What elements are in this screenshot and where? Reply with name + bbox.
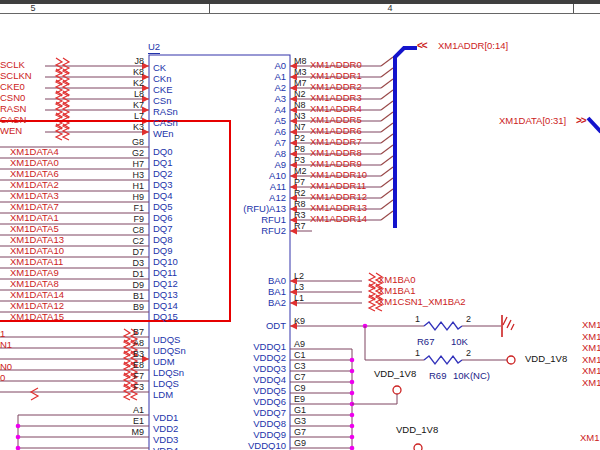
net-label[interactable]: XM1DATA11 xyxy=(10,257,63,267)
net-label[interactable]: XM1DATA14 xyxy=(10,290,64,300)
pin-name: VDDQ2 xyxy=(226,353,286,363)
pin-name: VDDQ4 xyxy=(226,375,286,385)
net-label[interactable]: SCLK xyxy=(0,60,25,70)
pin-number: H9 xyxy=(118,192,144,202)
net-label[interactable]: 0 xyxy=(0,373,5,383)
power-symbol[interactable] xyxy=(507,356,515,364)
resistor-R67[interactable] xyxy=(424,322,462,330)
net-label[interactable]: XM1ADDR2 xyxy=(310,82,362,92)
net-label[interactable]: XM1ADDR14 xyxy=(310,214,367,224)
net-label[interactable]: RASN xyxy=(0,104,26,114)
net-label-clipped[interactable]: XM1 xyxy=(582,355,600,365)
pin-number: M2 xyxy=(294,166,307,176)
bus-entry xyxy=(381,178,393,187)
pin-number: H7 xyxy=(118,159,144,169)
pin-number: P8 xyxy=(294,144,305,154)
resistor-R69[interactable] xyxy=(424,356,462,364)
net-label[interactable]: XM1ADDR13 xyxy=(310,203,367,213)
net-label[interactable]: XM1ADDR4 xyxy=(310,104,362,114)
net-label[interactable]: XM1ADDR3 xyxy=(310,93,362,103)
net-label[interactable]: XM1DATA0 xyxy=(10,158,59,168)
net-label[interactable]: CSN0 xyxy=(0,93,25,103)
pin-name: A8 xyxy=(226,149,286,159)
net-label[interactable]: XM1BA0 xyxy=(378,275,416,285)
resistor-value[interactable]: 10K(NC) xyxy=(453,371,490,381)
net-label[interactable]: XM1DATA9 xyxy=(10,268,59,278)
resistor-refdes[interactable]: R67 xyxy=(417,337,434,347)
net-label[interactable]: XM1DATA10 xyxy=(10,246,64,256)
net-label[interactable]: XM1DATA8 xyxy=(10,279,59,289)
net-label[interactable]: XM1DATA15 xyxy=(10,312,64,322)
net-label[interactable]: N0 xyxy=(0,362,12,372)
pin-name: VDD3 xyxy=(153,435,178,445)
pin-name: (RFU)A13 xyxy=(226,204,286,214)
net-label[interactable]: XM1ADDR8 xyxy=(310,148,362,158)
pin-name: LDQS xyxy=(153,379,179,389)
pin-name: VDDQ10 xyxy=(226,441,286,450)
pin-number: L1 xyxy=(294,293,304,303)
net-label[interactable]: XM1DATA3 xyxy=(10,191,59,201)
address-bus[interactable] xyxy=(395,48,417,228)
power-symbol[interactable] xyxy=(393,386,401,394)
net-label[interactable]: WEN xyxy=(0,126,22,136)
power-net-label[interactable]: VDD_1V8 xyxy=(374,369,416,379)
pin-name: VDDQ9 xyxy=(226,430,286,440)
net-label[interactable]: XM1ADDR6 xyxy=(310,126,362,136)
net-label-clipped[interactable]: XM1 xyxy=(582,366,600,376)
net-label[interactable]: XM1ADDR5 xyxy=(310,115,362,125)
pin-number: M8 xyxy=(294,56,307,66)
net-label-clipped[interactable]: XM1 xyxy=(580,433,600,443)
net-label[interactable]: XM1DATA7 xyxy=(10,202,59,212)
data-bus[interactable] xyxy=(588,118,600,132)
zigzag-icon xyxy=(31,388,38,400)
net-label[interactable]: XM1ADDR12 xyxy=(310,192,367,202)
net-label[interactable]: XM1DATA13 xyxy=(10,235,64,245)
pin-name: UDQSn xyxy=(153,346,186,356)
net-label[interactable]: SCLKN xyxy=(0,71,32,81)
pin-name: DQ2 xyxy=(153,169,173,179)
pin-name: UDQS xyxy=(153,335,180,345)
bus-entry xyxy=(381,211,393,220)
net-label[interactable]: CKE0 xyxy=(0,82,25,92)
net-label[interactable]: XM1DATA2 xyxy=(10,180,59,190)
power-net-label[interactable]: VDD_1V8 xyxy=(525,354,567,364)
net-label[interactable]: XM1DATA4 xyxy=(10,147,59,157)
net-label[interactable]: XM1DATA12 xyxy=(10,301,64,311)
pin-number: E8 xyxy=(118,360,144,370)
net-label[interactable]: XM1DATA5 xyxy=(10,224,59,234)
net-label[interactable]: XM1ADDR9 xyxy=(310,159,362,169)
junction-dot xyxy=(350,380,355,385)
net-label-clipped[interactable]: XM1 xyxy=(582,378,600,388)
junction-dot xyxy=(350,391,355,396)
power-symbol[interactable] xyxy=(414,444,422,450)
pin-number: L8 xyxy=(118,89,144,99)
pin-name: CKE xyxy=(153,85,173,95)
net-label[interactable]: XM1CSN1_XM1BA2 xyxy=(378,297,466,307)
net-label[interactable]: CASN xyxy=(0,115,26,125)
data-bus-label[interactable]: XM1DATA[0:31] xyxy=(499,116,566,126)
net-label-clipped[interactable]: XM1 xyxy=(582,332,600,342)
net-label[interactable]: N1 xyxy=(0,340,12,350)
net-label[interactable]: XM1ADDR11 xyxy=(310,181,366,191)
pin-name: CK xyxy=(153,63,166,73)
resistor-refdes[interactable]: R69 xyxy=(429,371,446,381)
net-label[interactable]: XM1BA1 xyxy=(378,286,416,296)
chip-refdes[interactable]: U2 xyxy=(148,42,160,54)
net-label-clipped[interactable]: XM1 xyxy=(582,320,600,330)
net-label[interactable]: XM1ADDR0 xyxy=(310,60,362,70)
net-label[interactable]: XM1ADDR10 xyxy=(310,170,367,180)
pin-number: F7 xyxy=(118,371,144,381)
net-label-clipped[interactable]: XM1 xyxy=(582,343,600,353)
net-label[interactable]: XM1DATA6 xyxy=(10,169,59,179)
power-net-label[interactable]: VDD_1V8 xyxy=(396,425,438,435)
pin-name: CKn xyxy=(153,74,171,84)
address-bus-label[interactable]: XM1ADDR[0:14] xyxy=(438,41,508,51)
net-label[interactable]: 1 xyxy=(0,329,5,339)
resistor-value[interactable]: 10K xyxy=(451,337,468,347)
net-label[interactable]: XM1ADDR7 xyxy=(310,137,362,147)
pin-number: N8 xyxy=(294,100,306,110)
pin-number: E1 xyxy=(118,416,144,426)
net-label[interactable]: XM1ADDR1 xyxy=(310,71,362,81)
pin-name: A4 xyxy=(226,105,286,115)
net-label[interactable]: XM1DATA1 xyxy=(10,213,59,223)
